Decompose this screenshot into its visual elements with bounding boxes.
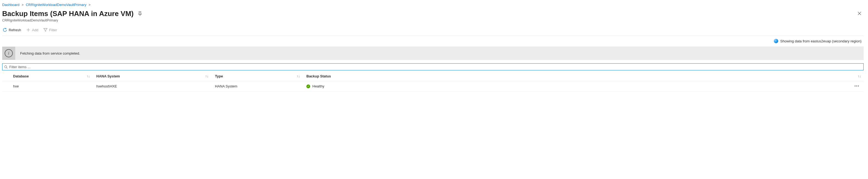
breadcrumb-link-dashboard[interactable]: Dashboard: [2, 3, 20, 7]
info-message: Fetching data from service completed.: [20, 51, 80, 56]
breadcrumb: Dashboard > CRRIgniteWorkloadDemoVaultPr…: [2, 2, 864, 9]
plus-icon: [26, 28, 30, 32]
info-icon: i: [5, 49, 13, 57]
search-icon: [4, 65, 8, 69]
region-notice-text: Showing data from eastus2euap (secondary…: [780, 39, 862, 43]
svg-point-4: [5, 66, 7, 68]
table-row[interactable]: hxe hxehost\HXE HANA System ✓ Healthy ··…: [2, 81, 864, 92]
refresh-button[interactable]: Refresh: [2, 27, 22, 33]
globe-icon: [774, 39, 778, 43]
filter-button: Filter: [43, 27, 58, 33]
close-icon[interactable]: [858, 11, 862, 16]
sort-icon: ↑↓: [297, 74, 300, 78]
cell-backup-status: ✓ Healthy: [306, 84, 399, 88]
column-header-database[interactable]: Database ↑↓: [13, 74, 95, 78]
backup-items-table: Database ↑↓ HANA System ↑↓ Type ↑↓ Backu…: [2, 71, 864, 92]
row-context-menu[interactable]: ···: [850, 83, 861, 89]
column-header-sort-tail[interactable]: ↑↓: [850, 74, 861, 78]
filter-label: Filter: [49, 28, 57, 32]
add-label: Add: [32, 28, 38, 32]
sort-icon: ↑↓: [858, 74, 861, 78]
cell-hana-system: hxehost\HXE: [96, 84, 213, 88]
column-header-type[interactable]: Type ↑↓: [215, 74, 305, 78]
sort-icon: ↑↓: [87, 74, 90, 78]
pin-icon[interactable]: [138, 11, 142, 16]
page-subtitle: CRRIgniteWorkloadDemoVaultPrimary: [2, 19, 864, 22]
toolbar: Refresh Add Filter: [2, 26, 864, 35]
filter-input[interactable]: [8, 64, 862, 70]
refresh-label: Refresh: [9, 28, 21, 32]
filter-items-field[interactable]: [2, 63, 864, 70]
region-notice: Showing data from eastus2euap (secondary…: [2, 35, 864, 46]
column-header-backup-status[interactable]: Backup Status: [306, 74, 399, 78]
sort-icon: ↑↓: [205, 74, 209, 78]
status-healthy-icon: ✓: [306, 84, 310, 88]
cell-type: HANA System: [215, 84, 305, 88]
svg-line-5: [6, 67, 7, 68]
filter-icon: [43, 28, 48, 32]
breadcrumb-link-vault[interactable]: CRRIgniteWorkloadDemoVaultPrimary: [26, 3, 87, 7]
cell-database: hxe: [13, 84, 95, 88]
add-button: Add: [26, 27, 39, 33]
info-bar: i Fetching data from service completed.: [2, 46, 864, 60]
column-header-hana-system[interactable]: HANA System ↑↓: [96, 74, 213, 78]
page-title: Backup Items (SAP HANA in Azure VM): [2, 9, 133, 18]
refresh-icon: [3, 28, 7, 32]
breadcrumb-separator: >: [88, 3, 90, 7]
breadcrumb-separator: >: [22, 3, 24, 7]
info-icon-box: i: [2, 47, 15, 60]
table-header: Database ↑↓ HANA System ↑↓ Type ↑↓ Backu…: [2, 71, 864, 81]
